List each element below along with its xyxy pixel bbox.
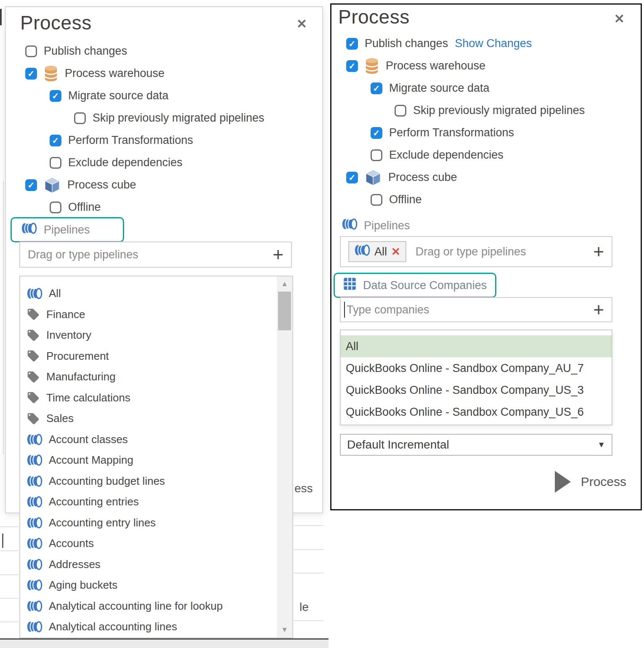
background-bottom-band: [0, 638, 329, 648]
pipeline-list-item[interactable]: Addresses: [20, 554, 292, 575]
scrollbar[interactable]: ▲ ▼: [277, 276, 292, 637]
pipeline-list-item[interactable]: Inventory: [20, 325, 292, 346]
background-line: [294, 549, 323, 550]
pipeline-list-item[interactable]: Account Mapping: [20, 450, 292, 471]
checkbox-label: Process cube: [67, 178, 136, 191]
checkbox[interactable]: ✓: [371, 82, 382, 94]
pipelines-input[interactable]: All ✕ Drag or type pipelines +: [340, 236, 612, 267]
checkbox[interactable]: [371, 149, 382, 161]
checkbox[interactable]: ✓: [50, 135, 61, 146]
remove-chip-icon[interactable]: ✕: [391, 245, 400, 258]
companies-input[interactable]: Type companies +: [340, 297, 612, 322]
pipeline-icon: [27, 454, 42, 466]
pipelines-input[interactable]: Drag or type pipelines +: [19, 242, 292, 268]
scroll-down-icon[interactable]: ▼: [277, 626, 292, 634]
item-label: Time calculations: [46, 391, 130, 404]
background-line: [294, 620, 323, 621]
company-option[interactable]: QuickBooks Online - Sandbox Company_US_6: [341, 401, 612, 423]
checkbox[interactable]: [371, 194, 382, 206]
check-icon: ✓: [349, 173, 356, 182]
chevron-down-icon: ▼: [597, 440, 605, 449]
pipeline-list-item[interactable]: Manufacturing: [20, 366, 292, 388]
pipeline-list-item[interactable]: Finance: [20, 304, 292, 325]
add-icon[interactable]: +: [593, 300, 604, 319]
checkbox[interactable]: ✓: [346, 60, 358, 72]
scroll-up-icon[interactable]: ▲: [277, 280, 292, 288]
scrollbar-thumb[interactable]: [278, 292, 291, 330]
dialog-title: Process: [20, 11, 92, 34]
checkbox-row: ✓ Process warehouse: [6, 62, 322, 85]
close-icon[interactable]: ✕: [614, 11, 625, 26]
pipeline-list-item[interactable]: Accounting budget lines: [20, 471, 292, 492]
item-label: Addresses: [49, 558, 101, 571]
check-icon: ✓: [28, 69, 35, 78]
option-label: All: [346, 340, 358, 353]
item-label: All: [49, 287, 61, 300]
process-button-label: Process: [581, 475, 626, 489]
checkbox-row: Publish changes: [6, 40, 322, 62]
checkbox[interactable]: [50, 157, 61, 169]
pipeline-list-item[interactable]: Analytical accounting lines: [20, 616, 292, 637]
checkbox[interactable]: [25, 45, 37, 57]
checkbox[interactable]: [50, 202, 61, 213]
pipeline-icon: [27, 559, 42, 570]
close-icon[interactable]: ✕: [297, 16, 307, 31]
process-button[interactable]: Process: [555, 471, 626, 493]
pipelines-label: Pipelines: [44, 223, 90, 236]
checkbox[interactable]: ✓: [346, 38, 358, 50]
companies-label: Data Source Companies: [363, 279, 487, 292]
pipeline-icon: [27, 579, 42, 591]
pipeline-list-item[interactable]: Accounting entry lines: [20, 513, 292, 534]
checkbox-label: Skip previously migrated pipelines: [413, 104, 585, 117]
pipeline-chip[interactable]: All ✕: [348, 241, 406, 262]
pipelines-label: Pipelines: [364, 219, 410, 232]
pipeline-icon: [27, 288, 42, 299]
item-label: Analytical accounting line for lookup: [49, 600, 223, 613]
pipeline-list-item[interactable]: Accounts: [20, 533, 292, 554]
item-label: Accounts: [49, 537, 94, 550]
tag-icon: [27, 370, 40, 384]
checkbox[interactable]: ✓: [371, 127, 382, 139]
checkbox[interactable]: ✓: [25, 68, 37, 80]
tag-icon: [27, 412, 40, 425]
tag-icon: [27, 391, 40, 404]
show-changes-link[interactable]: Show Changes: [455, 37, 532, 50]
pipeline-list-item[interactable]: Analytical accounting line for lookup: [20, 596, 292, 617]
background-line: [0, 550, 19, 551]
company-option[interactable]: QuickBooks Online - Sandbox Company_AU_7: [341, 357, 612, 379]
pipeline-list-item[interactable]: Time calculations: [20, 388, 292, 409]
checkbox-row: Offline: [6, 196, 322, 218]
pipeline-icon: [27, 475, 42, 487]
pipelines-placeholder: Drag or type pipelines: [416, 245, 526, 258]
item-label: Accounting entries: [49, 495, 139, 508]
check-icon: ✓: [52, 136, 59, 145]
pipeline-icon: [354, 244, 370, 259]
pipeline-list-item[interactable]: All: [20, 283, 292, 304]
company-option[interactable]: All: [341, 335, 612, 357]
pipeline-list-item[interactable]: Aging buckets: [20, 575, 292, 596]
add-icon[interactable]: +: [273, 245, 284, 264]
add-icon[interactable]: +: [593, 242, 604, 261]
company-option[interactable]: QuickBooks Online - Sandbox Company_US_3: [341, 379, 612, 401]
pipeline-list-item[interactable]: Accounting entries: [20, 491, 292, 513]
text-cursor: [344, 302, 345, 318]
checkbox[interactable]: [395, 105, 406, 117]
checkbox[interactable]: [74, 112, 86, 124]
checkbox-label: Process cube: [388, 171, 457, 184]
companies-dropdown: All QuickBooks Online - Sandbox Company_…: [340, 329, 612, 425]
checkbox[interactable]: ✓: [346, 172, 358, 183]
checkbox-row: ✓ Process cube: [6, 174, 322, 196]
background-partial-glyph: [2, 534, 3, 548]
checkbox-label: Offline: [389, 193, 422, 206]
item-label: Analytical accounting lines: [49, 620, 177, 633]
item-label: Accounting entry lines: [49, 516, 156, 529]
pipeline-icon: [27, 621, 42, 632]
background-line: [0, 621, 19, 622]
pipeline-list-item[interactable]: Sales: [20, 408, 292, 429]
checkbox[interactable]: ✓: [50, 90, 61, 102]
pipeline-list-item[interactable]: Procurement: [20, 346, 292, 367]
dialog-title: Process: [338, 5, 410, 28]
pipeline-list-item[interactable]: Account classes: [20, 429, 292, 450]
incremental-select[interactable]: Default Incremental ▼: [340, 434, 612, 456]
checkbox[interactable]: ✓: [25, 179, 37, 191]
